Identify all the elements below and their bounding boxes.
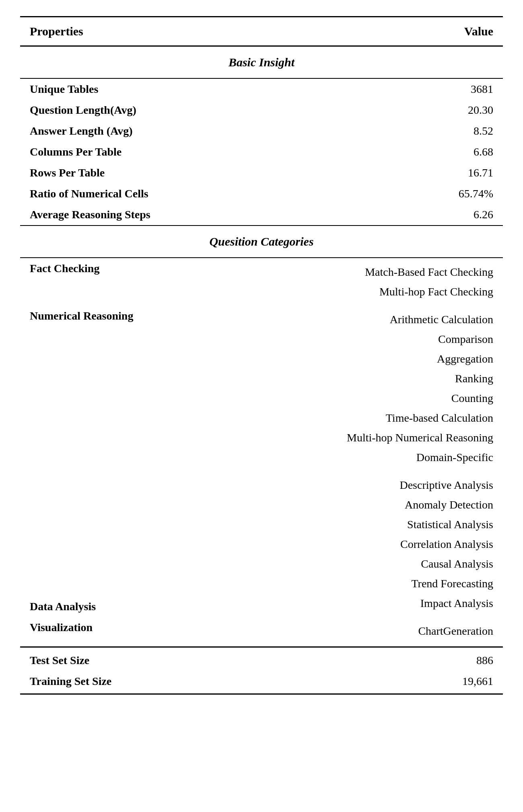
main-table: Properties Value Basic Insight Unique Ta… <box>20 16 503 695</box>
table-row: Answer Length (Avg) 8.52 <box>20 121 503 141</box>
data-analysis-values: Descriptive Analysis Anomaly Detection S… <box>241 471 503 617</box>
answer-length-value: 8.52 <box>241 121 503 141</box>
question-length-value: 20.30 <box>241 100 503 121</box>
training-set-size-label: Training Set Size <box>20 671 241 694</box>
columns-per-table-value: 6.68 <box>241 141 503 162</box>
table-row: Columns Per Table 6.68 <box>20 141 503 162</box>
properties-header: Properties <box>20 17 241 46</box>
question-length-label: Question Length(Avg) <box>20 100 241 121</box>
ratio-numerical-label: Ratio of Numerical Cells <box>20 183 241 204</box>
basic-insight-section-header: Basic Insight <box>20 46 503 79</box>
fact-checking-label: Fact Checking <box>20 258 241 306</box>
avg-reasoning-value: 6.26 <box>241 204 503 226</box>
table-row: Average Reasoning Steps 6.26 <box>20 204 503 226</box>
basic-insight-label: Basic Insight <box>20 46 503 79</box>
table-row: Training Set Size 19,661 <box>20 671 503 694</box>
training-set-size-value: 19,661 <box>241 671 503 694</box>
data-analysis-label: Data Analysis <box>20 471 241 617</box>
value-header: Value <box>241 17 503 46</box>
unique-tables-value: 3681 <box>241 78 503 100</box>
table-row: Rows Per Table 16.71 <box>20 162 503 183</box>
table-row: Numerical Reasoning Arithmetic Calculati… <box>20 306 503 471</box>
table-row: Question Length(Avg) 20.30 <box>20 100 503 121</box>
ratio-numerical-value: 65.74% <box>241 183 503 204</box>
test-set-size-value: 886 <box>241 647 503 671</box>
rows-per-table-label: Rows Per Table <box>20 162 241 183</box>
avg-reasoning-label: Average Reasoning Steps <box>20 204 241 226</box>
fact-checking-values: Match-Based Fact Checking Multi-hop Fact… <box>241 258 503 306</box>
visualization-label: Visualization <box>20 617 241 647</box>
table-row: Ratio of Numerical Cells 65.74% <box>20 183 503 204</box>
unique-tables-label: Unique Tables <box>20 78 241 100</box>
table-row: Data Analysis Descriptive Analysis Anoma… <box>20 471 503 617</box>
rows-per-table-value: 16.71 <box>241 162 503 183</box>
table-row: Visualization ChartGeneration <box>20 617 503 647</box>
answer-length-label: Answer Length (Avg) <box>20 121 241 141</box>
visualization-values: ChartGeneration <box>241 617 503 647</box>
question-categories-section-header: Quesition Categories <box>20 226 503 258</box>
question-categories-label: Quesition Categories <box>20 226 503 258</box>
table-row: Unique Tables 3681 <box>20 78 503 100</box>
numerical-reasoning-values: Arithmetic Calculation Comparison Aggreg… <box>241 306 503 471</box>
table-header: Properties Value <box>20 17 503 46</box>
table-row: Test Set Size 886 <box>20 647 503 671</box>
test-set-size-label: Test Set Size <box>20 647 241 671</box>
table-row: Fact Checking Match-Based Fact Checking … <box>20 258 503 306</box>
numerical-reasoning-label: Numerical Reasoning <box>20 306 241 471</box>
columns-per-table-label: Columns Per Table <box>20 141 241 162</box>
